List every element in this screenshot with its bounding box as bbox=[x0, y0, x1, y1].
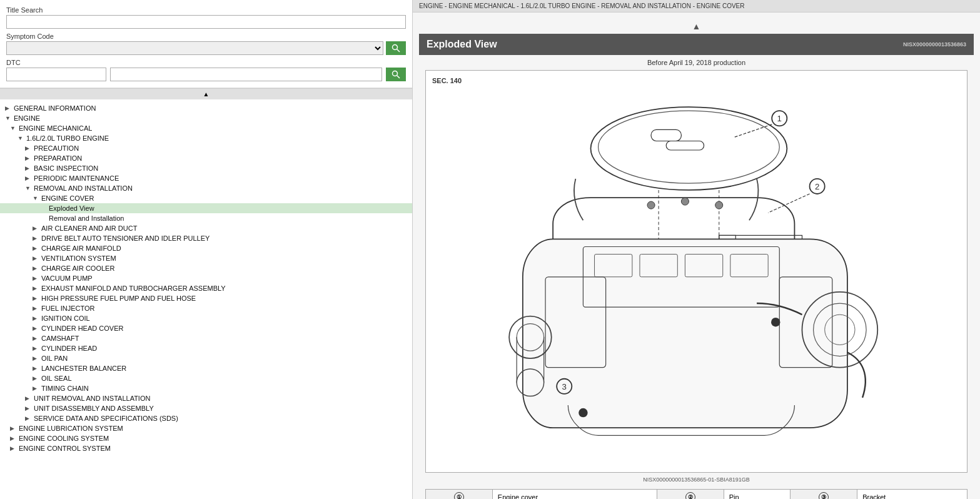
svg-point-35 bbox=[715, 201, 723, 209]
tree-arrow-fuel-injector: ▶ bbox=[33, 305, 39, 311]
symptom-code-label: Symptom Code bbox=[6, 33, 406, 40]
content-area[interactable]: ▲ Exploded View NISX0000000013536863 Bef… bbox=[413, 13, 980, 499]
part-num-3: ③ bbox=[819, 492, 829, 499]
svg-point-2 bbox=[393, 71, 398, 76]
tree-arrow-vacuum-pump: ▶ bbox=[33, 275, 39, 281]
parts-col3-value: Bracket bbox=[857, 489, 967, 499]
svg-point-41 bbox=[771, 318, 780, 326]
tree-item-control[interactable]: ▶ENGINE CONTROL SYSTEM bbox=[0, 443, 412, 453]
title-search-input[interactable] bbox=[6, 15, 406, 29]
tree-item-unit-disassembly[interactable]: ▶UNIT DISASSEMBLY AND ASSEMBLY bbox=[0, 403, 412, 413]
tree-item-timing-chain[interactable]: ▶TIMING CHAIN bbox=[0, 383, 412, 393]
tree-item-camshaft[interactable]: ▶CAMSHAFT bbox=[0, 333, 412, 343]
tree-item-removal-installation[interactable]: ▼REMOVAL AND INSTALLATION bbox=[0, 183, 412, 193]
tree-item-removal-install-sub[interactable]: Removal and Installation bbox=[0, 213, 412, 223]
search-icon bbox=[391, 44, 400, 53]
tree-item-lanchester[interactable]: ▶LANCHESTER BALANCER bbox=[0, 363, 412, 373]
tree-item-charge-air-manifold[interactable]: ▶CHARGE AIR MANIFOLD bbox=[0, 243, 412, 253]
part-num-1: ① bbox=[454, 492, 464, 499]
tree-item-engine[interactable]: ▼ENGINE bbox=[0, 113, 412, 123]
tree-item-vacuum-pump[interactable]: ▶VACUUM PUMP bbox=[0, 273, 412, 283]
tree-item-oil-seal[interactable]: ▶OIL SEAL bbox=[0, 373, 412, 383]
tree-arrow-exhaust-manifold: ▶ bbox=[33, 285, 39, 291]
svg-point-36 bbox=[681, 198, 689, 205]
tree-item-fuel-injector[interactable]: ▶FUEL INJECTOR bbox=[0, 303, 412, 313]
tree-item-air-cleaner[interactable]: ▶AIR CLEANER AND AIR DUCT bbox=[0, 223, 412, 233]
tree-item-cylinder-head-cover[interactable]: ▶CYLINDER HEAD COVER bbox=[0, 323, 412, 333]
tree-arrow-cooling: ▶ bbox=[10, 435, 16, 441]
tree-label-basic-inspection: BASIC INSPECTION bbox=[34, 164, 98, 172]
dtc-input2[interactable] bbox=[110, 68, 382, 81]
engine-diagram-svg: 1 2 ⬛ 25.0(2.5, 18) bbox=[432, 88, 961, 466]
tree-label-drive-belt: DRIVE BELT AUTO TENSIONER AND IDLER PULL… bbox=[41, 234, 210, 242]
tree-arrow-fuel-pump: ▶ bbox=[33, 295, 39, 301]
tree-arrow-control: ▶ bbox=[10, 445, 16, 451]
tree-item-general-info[interactable]: ▶GENERAL INFORMATION bbox=[0, 103, 412, 113]
tree-item-sds[interactable]: ▶SERVICE DATA AND SPECIFICATIONS (SDS) bbox=[0, 413, 412, 423]
tree-label-control: ENGINE CONTROL SYSTEM bbox=[19, 445, 111, 452]
tree-item-engine-cover[interactable]: ▼ENGINE COVER bbox=[0, 193, 412, 203]
tree-item-cylinder-head[interactable]: ▶CYLINDER HEAD bbox=[0, 343, 412, 353]
tree-arrow-unit-disassembly: ▶ bbox=[25, 405, 31, 411]
sec-label: SEC. 140 bbox=[432, 77, 961, 84]
tree-item-lubrication[interactable]: ▶ENGINE LUBRICATION SYSTEM bbox=[0, 423, 412, 433]
tree-item-basic-inspection[interactable]: ▶BASIC INSPECTION bbox=[0, 163, 412, 173]
parts-col2-value: Pin bbox=[724, 489, 791, 499]
tree-item-periodic-maintenance[interactable]: ▶PERIODIC MAINTENANCE bbox=[0, 173, 412, 183]
tree-arrow-camshaft: ▶ bbox=[33, 335, 39, 341]
tree-item-unit-removal[interactable]: ▶UNIT REMOVAL AND INSTALLATION bbox=[0, 393, 412, 403]
breadcrumb: ENGINE - ENGINE MECHANICAL - 1.6L/2.0L T… bbox=[413, 0, 980, 13]
tree-item-cooling[interactable]: ▶ENGINE COOLING SYSTEM bbox=[0, 433, 412, 443]
tree-item-exploded-view[interactable]: Exploded View bbox=[0, 203, 412, 213]
svg-line-1 bbox=[397, 49, 400, 53]
tree-arrow-engine-cover: ▼ bbox=[33, 195, 39, 201]
tree-label-removal-install-sub: Removal and Installation bbox=[49, 214, 124, 222]
svg-rect-7 bbox=[666, 141, 704, 149]
section-code: NISX0000000013536863 bbox=[903, 41, 966, 48]
tree-label-air-cleaner: AIR CLEANER AND AIR DUCT bbox=[41, 224, 137, 232]
dtc-input1[interactable] bbox=[6, 68, 106, 81]
svg-point-40 bbox=[578, 408, 587, 417]
tree-arrow-ventilation: ▶ bbox=[33, 255, 39, 261]
tree-label-vacuum-pump: VACUUM PUMP bbox=[41, 275, 93, 282]
tree-item-precaution[interactable]: ▶PRECAUTION bbox=[0, 143, 412, 153]
tree-label-precaution: PRECAUTION bbox=[34, 144, 79, 152]
svg-text:2: 2 bbox=[815, 182, 819, 191]
tree-label-unit-disassembly: UNIT DISASSEMBLY AND ASSEMBLY bbox=[34, 405, 154, 412]
up-arrow-button[interactable]: ▲ bbox=[419, 19, 974, 34]
part-num-2: ② bbox=[685, 492, 695, 499]
tree-arrow-timing-chain: ▶ bbox=[33, 385, 39, 391]
engine-body bbox=[509, 179, 877, 435]
tree-arrow-engine: ▼ bbox=[5, 115, 11, 121]
tree-item-ignition-coil[interactable]: ▶IGNITION COIL bbox=[0, 313, 412, 323]
collapse-bar[interactable]: ▲ bbox=[0, 88, 412, 99]
tree-arrow-basic-inspection: ▶ bbox=[25, 165, 31, 171]
tree-item-exhaust-manifold[interactable]: ▶EXHAUST MANIFOLD AND TURBOCHARGER ASSEM… bbox=[0, 283, 412, 293]
tree-label-ventilation: VENTILATION SYSTEM bbox=[41, 255, 116, 262]
tree-item-preparation[interactable]: ▶PREPARATION bbox=[0, 153, 412, 163]
tree-label-preparation: PREPARATION bbox=[34, 154, 82, 162]
tree-item-drive-belt[interactable]: ▶DRIVE BELT AUTO TENSIONER AND IDLER PUL… bbox=[0, 233, 412, 243]
dtc-label: DTC bbox=[6, 59, 406, 66]
diagram-id: NISX0000000013536865-01-SBIA8191GB bbox=[419, 476, 974, 483]
svg-point-5 bbox=[599, 111, 780, 183]
tree-label-charge-air-manifold: CHARGE AIR MANIFOLD bbox=[41, 244, 121, 252]
tree-label-engine-mechanical: ENGINE MECHANICAL bbox=[19, 124, 92, 132]
symptom-code-select[interactable] bbox=[6, 41, 383, 55]
tree-arrow-ignition-coil: ▶ bbox=[33, 315, 39, 321]
tree-label-removal-installation: REMOVAL AND INSTALLATION bbox=[34, 184, 133, 192]
tree-item-fuel-pump[interactable]: ▶HIGH PRESSURE FUEL PUMP AND FUEL HOSE bbox=[0, 293, 412, 303]
tree-label-engine-cover: ENGINE COVER bbox=[41, 194, 94, 202]
tree-arrow-oil-seal: ▶ bbox=[33, 375, 39, 381]
tree-item-oil-pan[interactable]: ▶OIL PAN bbox=[0, 353, 412, 363]
tree-arrow-charge-air-cooler: ▶ bbox=[33, 265, 39, 271]
search-button[interactable] bbox=[386, 41, 406, 55]
dtc-search-button[interactable] bbox=[386, 68, 406, 81]
tree-item-charge-air-cooler[interactable]: ▶CHARGE AIR COOLER bbox=[0, 263, 412, 273]
tree-area: ▶GENERAL INFORMATION▼ENGINE▼ENGINE MECHA… bbox=[0, 99, 412, 499]
tree-item-turbo-engine[interactable]: ▼1.6L/2.0L TURBO ENGINE bbox=[0, 133, 412, 143]
tree-arrow-turbo-engine: ▼ bbox=[18, 135, 24, 141]
tree-label-cooling: ENGINE COOLING SYSTEM bbox=[19, 435, 109, 442]
tree-item-ventilation[interactable]: ▶VENTILATION SYSTEM bbox=[0, 253, 412, 263]
tree-item-engine-mechanical[interactable]: ▼ENGINE MECHANICAL bbox=[0, 123, 412, 133]
